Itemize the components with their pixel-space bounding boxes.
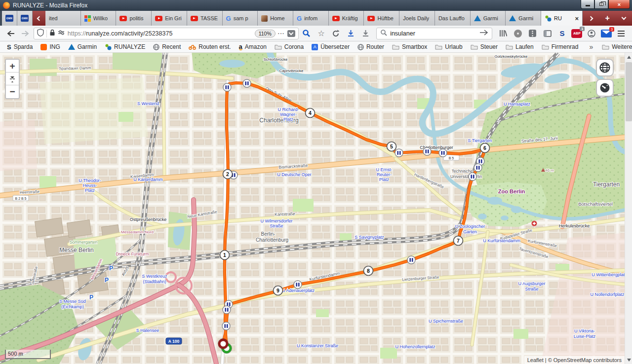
scrollbar-thumb[interactable] (626, 62, 632, 121)
bookmark-item[interactable]: SSparda (4, 43, 36, 51)
tab[interactable]: Ein Gri (152, 11, 187, 26)
search-field[interactable]: insulaner (376, 28, 492, 39)
url-bar[interactable]: https://runalyze.com/activity/25238375 1… (34, 28, 299, 39)
bookmark-item[interactable]: Firmenrad (539, 43, 582, 50)
tab[interactable]: Garmi (471, 11, 506, 26)
tab[interactable]: Willko (81, 11, 117, 26)
bookmark-item[interactable]: Steuer (468, 43, 501, 50)
tab[interactable]: Das Lauffo (435, 11, 471, 26)
film-reel-extension-icon[interactable] (511, 27, 525, 40)
bookmark-item[interactable]: Router (355, 43, 387, 50)
svg-text:Berlin-: Berlin- (261, 231, 276, 237)
minimize-button[interactable] (581, 0, 594, 9)
menu-button[interactable] (614, 27, 628, 40)
svg-text:7: 7 (457, 238, 460, 244)
tab[interactable]: Gsam p (223, 11, 258, 26)
zoom-out-button[interactable]: − (6, 85, 19, 98)
back-button[interactable] (4, 27, 18, 40)
profile-icon[interactable] (585, 27, 598, 40)
tab[interactable]: Hüftbe (364, 11, 399, 26)
tab-label: sam p (234, 15, 248, 21)
sidebar-icon[interactable] (541, 27, 554, 40)
tab[interactable]: ited (45, 11, 81, 26)
svg-text:U Ernst-: U Ernst- (376, 167, 392, 172)
bookmark-star-icon[interactable]: ☆ (315, 27, 328, 40)
adblock-plus-icon[interactable]: ABP1 (570, 27, 584, 40)
search-go-icon[interactable] (479, 30, 488, 37)
tab[interactable]: RU× (541, 11, 583, 26)
downloads-panel-icon[interactable] (358, 27, 372, 40)
layers-globe-button[interactable] (596, 59, 614, 76)
permissions-icon[interactable] (58, 30, 65, 37)
url-text[interactable]: https://runalyze.com/activity/25238375 (68, 30, 252, 37)
tab-close-icon[interactable]: × (575, 15, 579, 22)
bookmark-label: ING (49, 43, 60, 50)
scale-control: 500 m (5, 350, 51, 359)
tab-list-button[interactable] (616, 11, 632, 26)
svg-text:P: P (109, 265, 113, 272)
svg-text:Tiergarten: Tiergarten (593, 181, 620, 188)
scroll-down-arrow[interactable] (625, 356, 632, 364)
page-scrollbar[interactable] (625, 53, 632, 364)
download-button[interactable] (344, 27, 357, 40)
bookmark-item[interactable]: Smartbox (389, 43, 430, 50)
bookmark-item[interactable]: Laufen (503, 43, 537, 50)
mail-icon[interactable]: 3 (599, 27, 613, 40)
bookmark-item[interactable]: aAmazon (236, 43, 270, 50)
new-tab-button[interactable]: + (599, 11, 615, 26)
svg-text:Herkulesbrücke: Herkulesbrücke (559, 223, 590, 228)
search-input[interactable]: insulaner (390, 30, 476, 37)
lock-icon[interactable] (49, 29, 55, 37)
bookmark-label: Corona (284, 43, 304, 50)
gauge-button[interactable] (596, 79, 614, 97)
tab-scroll-right-button[interactable] (583, 11, 599, 26)
forward-button[interactable] (19, 27, 33, 40)
svg-text:Kantstraße: Kantstraße (275, 211, 295, 217)
tab[interactable]: Joels Daily (399, 11, 435, 26)
tab[interactable]: Kräftig (329, 11, 364, 26)
tab[interactable]: TASSE (187, 11, 223, 26)
svg-text:B 5: B 5 (449, 156, 454, 160)
google-icon: G (226, 15, 231, 22)
km-marker: 1 (220, 251, 230, 260)
bookmark-item[interactable]: Garmin (65, 43, 100, 50)
zoom-in-button[interactable]: + (6, 60, 19, 73)
pocket-icon[interactable] (287, 30, 295, 37)
bookmark-item[interactable]: RUNALYZE (102, 43, 148, 50)
svg-text:U Konstanzer Straße: U Konstanzer Straße (297, 343, 338, 348)
zoom-level-badge[interactable]: 110% (255, 30, 276, 37)
reload-button[interactable] (329, 27, 343, 40)
scroll-up-arrow[interactable] (625, 53, 632, 61)
bookmark-item[interactable]: Corona (272, 43, 307, 50)
bookmark-item[interactable]: ING (38, 43, 63, 50)
km-marker: 6 (480, 144, 490, 153)
tab[interactable]: politis (116, 11, 152, 26)
tab[interactable]: Home (258, 11, 293, 26)
tracking-shield-icon[interactable] (37, 29, 44, 38)
tab[interactable]: Ginfom (293, 11, 329, 26)
restore-button[interactable] (594, 0, 608, 9)
map-attribution[interactable]: Leaflet | © OpenStreetMap contributors (524, 356, 625, 364)
library-icon[interactable] (496, 27, 510, 40)
bookmark-item[interactable]: Urlaub (432, 43, 465, 50)
km-marker: 5 (387, 142, 396, 151)
bookmark-item[interactable]: Recent (150, 43, 184, 50)
pinned-tab[interactable]: GMX (17, 11, 33, 26)
tab-label: TASSE (200, 15, 218, 21)
other-bookmarks[interactable]: Weitere Lesezeichen (599, 43, 632, 50)
bookmark-label: Sparda (14, 43, 33, 50)
globe-icon (357, 44, 364, 50)
tab[interactable]: Garmi (506, 11, 541, 26)
page-actions-icon[interactable]: ··· (278, 31, 285, 36)
map-canvas[interactable]: B 2 B 5B 5A 100Otto-Suhr-AlleeBismarckst… (0, 53, 625, 364)
bookmark-item[interactable]: AÜbersetzer (309, 43, 353, 50)
fit-bounds-button[interactable] (6, 73, 19, 85)
video-helper-extension-icon[interactable] (526, 27, 540, 40)
bookmarks-overflow-chevron[interactable]: » (585, 43, 597, 51)
close-button[interactable]: × (608, 0, 630, 9)
bookmark-item[interactable]: Routen erst. (186, 43, 234, 50)
tab-scroll-left-button[interactable] (33, 11, 45, 26)
pinned-tab[interactable]: GMX (2, 11, 17, 26)
search-extension-icon[interactable] (300, 27, 314, 40)
s-extension-icon[interactable]: S (555, 27, 569, 40)
